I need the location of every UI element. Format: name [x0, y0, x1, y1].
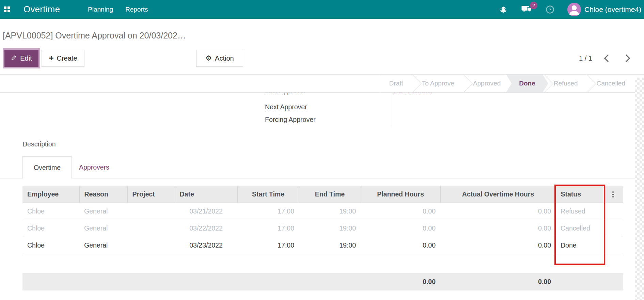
cell-date: 03/22/2022 [175, 220, 237, 237]
col-header-end-time[interactable]: End Time [299, 186, 361, 203]
plus-icon: + [49, 55, 53, 62]
kebab-icon [608, 191, 619, 198]
cell-end-time: 19:00 [299, 220, 361, 237]
total-planned-hours: 0.00 [361, 273, 440, 290]
form-statusbar: Draft To Approve Approved Done Refused C… [0, 74, 644, 93]
field-label-next-approver: Next Approver [265, 103, 307, 111]
cell-employee: Chloe [22, 203, 79, 220]
cell-date: 03/23/2022 [175, 237, 237, 254]
field-label-forcing-approver: Forcing Approver [265, 116, 316, 124]
cell-status: Done [556, 237, 603, 254]
main-menu: Planning Reports [86, 6, 150, 13]
create-button[interactable]: + Create [42, 50, 84, 67]
tab-overtime[interactable]: Overtime [22, 156, 72, 178]
col-header-actual-overtime-hours[interactable]: Actual Overtime Hours [440, 186, 556, 203]
tabs-baseline [0, 178, 635, 178]
apps-menu-icon[interactable] [4, 6, 10, 12]
tab-approvers[interactable]: Approvers [79, 156, 109, 178]
table-header-row: Employee Reason Project Date Start Time … [22, 186, 623, 203]
menu-planning[interactable]: Planning [86, 6, 115, 13]
cell-employee: Chloe [22, 237, 79, 254]
cell-actual-hours: 0.00 [440, 220, 556, 237]
cell-reason: General [79, 203, 127, 220]
user-menu[interactable]: Chloe (overtime4) [584, 5, 641, 14]
cell-planned-hours: 0.00 [361, 220, 440, 237]
activities-clock-icon[interactable] [546, 5, 554, 14]
cell-start-time: 17:00 [237, 237, 299, 254]
cell-project [127, 237, 175, 254]
pager-previous-icon[interactable] [604, 54, 612, 62]
user-avatar[interactable] [567, 3, 581, 16]
edit-button[interactable]: Edit [4, 50, 38, 67]
table-row[interactable]: Chloe General 03/21/2022 17:00 19:00 0.0… [22, 203, 623, 220]
description-label: Description [22, 140, 56, 148]
gear-icon: ⚙ [205, 55, 212, 62]
pager-counter[interactable]: 1 / 1 [579, 54, 592, 62]
cell-reason: General [79, 237, 127, 254]
col-header-start-time[interactable]: Start Time [237, 186, 299, 203]
cell-actual-hours: 0.00 [440, 203, 556, 220]
col-header-employee[interactable]: Employee [22, 186, 79, 203]
cell-date: 03/21/2022 [175, 203, 237, 220]
table-row[interactable]: Chloe General 03/22/2022 17:00 19:00 0.0… [22, 220, 623, 237]
cell-planned-hours: 0.00 [361, 237, 440, 254]
table-totals-footer: 0.00 0.00 [22, 273, 623, 290]
cell-project [127, 203, 175, 220]
overtime-lines-table: Employee Reason Project Date Start Time … [22, 186, 623, 254]
debug-bug-icon[interactable] [499, 5, 507, 14]
cell-status: Cancelled [556, 220, 603, 237]
cell-actual-hours: 0.00 [440, 237, 556, 254]
right-edge-checker-strip [635, 78, 644, 300]
top-navbar: Overtime Planning Reports [0, 0, 644, 19]
pager-next-icon[interactable] [623, 54, 630, 62]
col-header-reason[interactable]: Reason [79, 186, 127, 203]
cell-planned-hours: 0.00 [361, 203, 440, 220]
cell-end-time: 19:00 [299, 237, 361, 254]
breadcrumb: [APVL00052] Overtime Approval on 20/03/2… [3, 31, 186, 41]
app-title[interactable]: Overtime [23, 4, 60, 15]
cell-start-time: 17:00 [237, 203, 299, 220]
menu-reports[interactable]: Reports [123, 6, 150, 13]
cell-end-time: 19:00 [299, 203, 361, 220]
navbar-right: 2 Chloe (overtime4) [499, 3, 644, 16]
col-header-planned-hours[interactable]: Planned Hours [361, 186, 440, 203]
cell-reason: General [79, 220, 127, 237]
total-actual-hours: 0.00 [440, 273, 556, 290]
action-button[interactable]: ⚙ Action [196, 50, 243, 67]
cell-employee: Chloe [22, 220, 79, 237]
col-header-project[interactable]: Project [127, 186, 175, 203]
col-header-date[interactable]: Date [175, 186, 237, 203]
cell-start-time: 17:00 [237, 220, 299, 237]
pencil-icon [11, 54, 17, 62]
pager: 1 / 1 [579, 50, 629, 67]
cell-project [127, 220, 175, 237]
statusbar-steps: Draft To Approve Approved Done Refused C… [380, 75, 634, 92]
col-header-status[interactable]: Status [556, 186, 603, 203]
cell-status: Refused [556, 203, 603, 220]
messages-icon[interactable]: 2 [521, 5, 532, 14]
status-step-done[interactable]: Done [506, 75, 548, 92]
table-row[interactable]: Chloe General 03/23/2022 17:00 19:00 0.0… [22, 237, 623, 254]
column-options-button[interactable] [603, 186, 623, 203]
messages-count-badge: 2 [530, 2, 537, 9]
